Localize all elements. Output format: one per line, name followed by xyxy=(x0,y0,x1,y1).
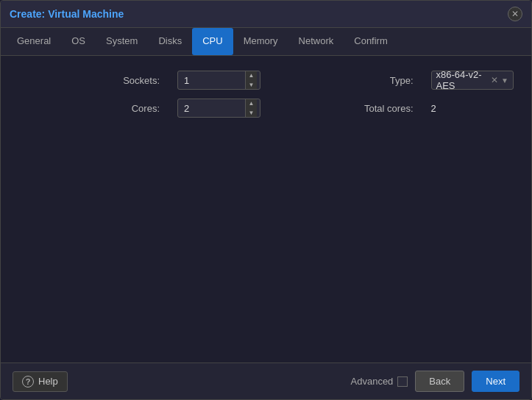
next-button[interactable]: Next xyxy=(472,371,519,392)
sockets-label: Sockets: xyxy=(18,75,166,86)
tab-bar: General OS System Disks CPU Memory Netwo… xyxy=(1,28,531,56)
help-button[interactable]: ? Help xyxy=(13,371,68,392)
type-value: x86-64-v2-AES xyxy=(436,69,492,91)
advanced-label: Advanced xyxy=(351,376,408,387)
cores-up[interactable]: ▲ xyxy=(246,99,258,108)
tab-network[interactable]: Network xyxy=(288,28,344,55)
sockets-down[interactable]: ▼ xyxy=(246,80,258,90)
tab-general[interactable]: General xyxy=(7,28,61,55)
type-dropdown-icon[interactable]: ▼ xyxy=(501,76,508,85)
sockets-spinners: ▲ ▼ xyxy=(245,71,258,90)
close-button[interactable]: ✕ xyxy=(508,7,522,21)
tab-cpu[interactable]: CPU xyxy=(192,28,233,55)
type-actions: ✕ ▼ xyxy=(491,75,508,85)
type-label: Type: xyxy=(272,75,419,86)
cores-down[interactable]: ▼ xyxy=(246,108,258,118)
tab-confirm[interactable]: Confirm xyxy=(344,28,398,55)
advanced-checkbox[interactable] xyxy=(397,376,408,387)
cores-spinners: ▲ ▼ xyxy=(245,99,258,118)
title-bar: Create: Virtual Machine ✕ xyxy=(1,1,531,28)
cpu-form: Sockets: ▲ ▼ Type: x86-64-v2-AES ✕ ▼ Cor… xyxy=(18,71,514,118)
back-button[interactable]: Back xyxy=(415,371,464,392)
cores-input[interactable]: ▲ ▼ xyxy=(177,99,260,118)
cores-label: Cores: xyxy=(18,103,166,114)
tab-memory[interactable]: Memory xyxy=(233,28,288,55)
type-clear-icon[interactable]: ✕ xyxy=(491,75,498,85)
help-label: Help xyxy=(38,376,58,387)
footer: ? Help Advanced Back Next xyxy=(1,362,531,399)
content-area: Sockets: ▲ ▼ Type: x86-64-v2-AES ✕ ▼ Cor… xyxy=(1,56,531,362)
tab-disks[interactable]: Disks xyxy=(148,28,192,55)
type-select[interactable]: x86-64-v2-AES ✕ ▼ xyxy=(431,71,514,90)
tab-system[interactable]: System xyxy=(96,28,148,55)
sockets-input[interactable]: ▲ ▼ xyxy=(177,71,260,90)
dialog-title: Create: Virtual Machine xyxy=(10,8,124,20)
tab-os[interactable]: OS xyxy=(61,28,96,55)
cores-field[interactable] xyxy=(178,103,245,114)
total-cores-label: Total cores: xyxy=(272,103,419,114)
dialog: Create: Virtual Machine ✕ General OS Sys… xyxy=(0,0,532,400)
footer-right: Advanced Back Next xyxy=(351,371,519,392)
advanced-text: Advanced xyxy=(351,376,394,387)
sockets-field[interactable] xyxy=(178,75,245,86)
sockets-up[interactable]: ▲ xyxy=(246,71,258,80)
total-cores-value: 2 xyxy=(431,103,514,114)
help-icon: ? xyxy=(22,376,34,388)
